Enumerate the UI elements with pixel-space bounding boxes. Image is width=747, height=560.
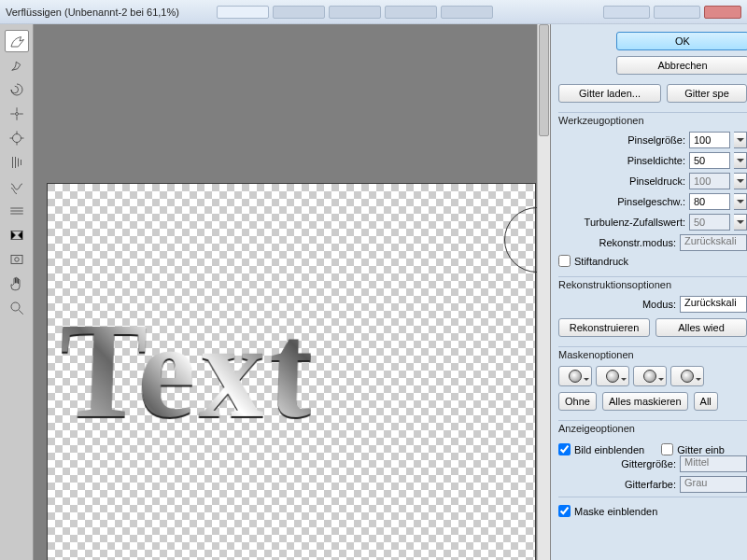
turb-jitter-input [689, 214, 730, 231]
mirror-tool[interactable] [5, 175, 29, 198]
group-title: Maskenoptionen [558, 349, 747, 360]
tool-palette [0, 24, 34, 560]
svg-point-4 [14, 258, 19, 262]
title-app[interactable] [603, 6, 650, 19]
canvas-pasteboard: Text [47, 28, 536, 560]
cancel-button[interactable]: Abbrechen [616, 56, 747, 75]
tool-options-group: Werkzeugoptionen Pinselgröße: Pinseldich… [558, 112, 747, 267]
show-mesh-label: Gitter einb [677, 444, 725, 455]
brush-size-input[interactable] [689, 132, 730, 148]
mesh-size-label: Gittergröße: [558, 458, 676, 469]
document-canvas[interactable]: Text [47, 183, 536, 560]
mask-invert-button[interactable]: All [694, 392, 718, 411]
canvas-area: Text [34, 24, 551, 560]
freeze-mask-tool[interactable] [5, 224, 29, 246]
brush-density-dropdown[interactable] [734, 152, 747, 169]
title-tab[interactable] [441, 6, 493, 19]
title-right [603, 6, 741, 19]
mesh-size-select: Mittel [680, 455, 747, 472]
zoom-tool[interactable] [5, 297, 29, 319]
group-title: Anzeigeoptionen [558, 423, 747, 434]
show-image-checkbox[interactable] [558, 443, 571, 455]
title-tabs [217, 6, 493, 19]
window-title: Verflüssigen (Unbenannt-2 bei 61,1%) [6, 7, 179, 18]
group-title: Rekonstruktionsoptionen [558, 279, 747, 290]
view-options-group: Anzeigeoptionen Bild einblenden Gitter e… [558, 420, 747, 517]
brush-size-dropdown[interactable] [734, 132, 747, 148]
show-mask-label: Maske einblenden [574, 506, 657, 517]
title-app[interactable] [654, 6, 700, 19]
svg-rect-3 [11, 256, 22, 264]
brush-rate-label: Pinselgeschw.: [558, 196, 685, 207]
brush-rate-input[interactable] [689, 193, 730, 210]
forward-warp-tool[interactable] [5, 30, 29, 52]
mask-all-button[interactable]: Alles maskieren [602, 392, 688, 411]
mesh-color-select: Grau [680, 476, 747, 493]
recon-mode-label: Rekonstr.modus: [558, 237, 676, 248]
thaw-mask-tool[interactable] [5, 248, 29, 271]
turb-jitter-dropdown[interactable] [734, 214, 747, 231]
title-bar: Verflüssigen (Unbenannt-2 bei 61,1%) [0, 0, 747, 24]
brush-pressure-input [689, 173, 730, 189]
turbulence-tool[interactable] [5, 200, 29, 222]
svg-point-1 [12, 134, 21, 143]
show-image-label: Bild einblenden [574, 444, 644, 455]
brush-density-input[interactable] [689, 152, 730, 169]
mesh-color-label: Gitterfarbe: [558, 479, 676, 490]
pucker-tool[interactable] [5, 103, 29, 125]
show-mask-checkbox[interactable] [558, 505, 571, 517]
group-title: Werkzeugoptionen [558, 115, 747, 126]
restore-all-button[interactable]: Alles wied [655, 318, 747, 337]
mask-none-button[interactable]: Ohne [558, 392, 597, 411]
close-button[interactable] [704, 6, 741, 19]
twirl-tool[interactable] [5, 78, 29, 101]
turb-jitter-label: Turbulenz-Zufallswert: [558, 217, 685, 228]
svg-point-0 [15, 113, 18, 116]
title-tab[interactable] [273, 6, 325, 19]
mask-icon [606, 370, 619, 383]
stylus-pressure-checkbox[interactable] [558, 255, 571, 267]
stylus-pressure-label: Stiftandruck [574, 256, 628, 267]
mask-icon [643, 370, 656, 383]
hand-tool[interactable] [5, 273, 29, 295]
brush-pressure-dropdown[interactable] [734, 173, 747, 189]
save-mesh-button[interactable]: Gitter spe [667, 84, 747, 103]
options-panel: OK Abbrechen Gitter laden... Gitter spe … [551, 24, 747, 560]
brush-pressure-label: Pinseldruck: [558, 175, 685, 187]
title-tab[interactable] [385, 6, 437, 19]
mask-options-group: Maskenoptionen Ohne Alles maskieren All [558, 346, 747, 411]
ok-button[interactable]: OK [616, 32, 747, 50]
reconstruct-tool[interactable] [5, 54, 29, 77]
show-mesh-checkbox[interactable] [661, 443, 673, 455]
bloat-tool[interactable] [5, 127, 29, 149]
title-tab[interactable] [217, 6, 269, 19]
mask-subtract-button[interactable] [633, 366, 667, 386]
brush-density-label: Pinseldichte: [558, 155, 685, 166]
recon-mode-select: Zurückskali [680, 234, 747, 251]
mask-add-button[interactable] [596, 366, 629, 386]
push-left-tool[interactable] [5, 151, 29, 174]
recon-mode2-select[interactable]: Zurückskali [680, 296, 747, 313]
mask-icon [569, 370, 582, 383]
canvas-text-layer: Text [56, 301, 482, 458]
svg-point-5 [11, 302, 20, 311]
brush-rate-dropdown[interactable] [734, 193, 747, 210]
scrollbar-thumb[interactable] [539, 24, 549, 136]
brush-size-label: Pinselgröße: [558, 134, 685, 146]
title-tab[interactable] [329, 6, 381, 19]
mask-replace-button[interactable] [558, 366, 592, 386]
load-mesh-button[interactable]: Gitter laden... [558, 84, 661, 103]
reconstruct-button[interactable]: Rekonstruieren [558, 318, 650, 337]
reconstruct-options-group: Rekonstruktionsoptionen Modus:Zurückskal… [558, 276, 747, 337]
vertical-scrollbar[interactable] [537, 24, 550, 560]
mask-icon [681, 370, 694, 383]
mask-intersect-button[interactable] [670, 366, 704, 386]
recon-mode2-label: Modus: [558, 299, 676, 310]
